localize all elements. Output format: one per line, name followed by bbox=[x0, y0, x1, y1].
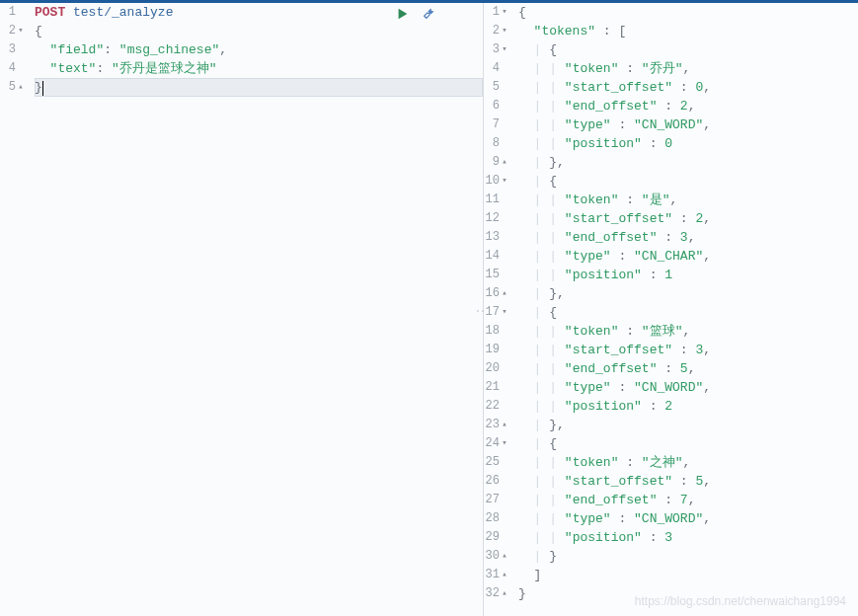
code-token: | bbox=[534, 153, 550, 172]
code-token: | bbox=[534, 434, 550, 453]
code-token: : bbox=[642, 266, 664, 284]
code-line[interactable]: | | "position" : 2 bbox=[518, 397, 858, 416]
code-line[interactable]: | | "type" : "CN_WORD", bbox=[518, 509, 858, 528]
code-token: , bbox=[669, 191, 677, 209]
code-line[interactable]: "field": "msg_chinese", bbox=[35, 40, 483, 59]
code-token: : bbox=[642, 528, 664, 547]
request-code-area[interactable]: 12▾345▴ POST test/_analyze{ "field": "ms… bbox=[0, 3, 483, 616]
gutter-row: 4 bbox=[0, 59, 25, 78]
code-line[interactable]: | | "start_offset" : 2, bbox=[518, 209, 858, 228]
gutter-row: 29 bbox=[484, 528, 508, 547]
fold-toggle-icon[interactable]: ▴ bbox=[501, 584, 508, 603]
code-line[interactable]: | | "position" : 3 bbox=[518, 528, 858, 547]
code-token: | | bbox=[534, 341, 565, 359]
fold-toggle-icon[interactable]: ▴ bbox=[501, 547, 508, 566]
code-line[interactable]: { bbox=[35, 22, 483, 40]
code-line[interactable]: | { bbox=[518, 172, 858, 191]
code-line[interactable]: "text": "乔丹是篮球之神" bbox=[35, 59, 483, 78]
code-line[interactable]: | | "position" : 1 bbox=[518, 266, 858, 284]
code-line[interactable]: { bbox=[518, 3, 858, 22]
code-token: "篮球" bbox=[642, 322, 683, 341]
code-token: , bbox=[557, 416, 565, 434]
code-line[interactable]: } bbox=[35, 78, 483, 97]
fold-toggle-icon[interactable]: ▴ bbox=[17, 78, 25, 97]
code-token: : bbox=[672, 209, 695, 228]
fold-toggle-icon[interactable]: ▾ bbox=[501, 434, 508, 453]
code-token: | bbox=[534, 303, 550, 322]
code-token bbox=[518, 378, 534, 397]
code-line[interactable]: | | "type" : "CN_WORD", bbox=[518, 378, 858, 397]
code-token: { bbox=[549, 40, 557, 59]
code-line[interactable]: | | "token" : "乔丹", bbox=[518, 59, 858, 78]
gutter-row: 2▾ bbox=[484, 22, 508, 40]
code-token: : bbox=[618, 191, 641, 209]
code-line[interactable]: | | "end_offset" : 5, bbox=[518, 359, 858, 378]
fold-toggle-icon[interactable]: ▾ bbox=[501, 172, 508, 191]
code-token: : bbox=[642, 397, 664, 416]
fold-toggle-icon[interactable]: ▴ bbox=[501, 153, 508, 172]
code-line[interactable]: | | "type" : "CN_CHAR", bbox=[518, 247, 858, 266]
code-token: | bbox=[534, 40, 550, 59]
code-line[interactable]: ] bbox=[518, 566, 858, 584]
code-token bbox=[518, 472, 534, 491]
code-token: : bbox=[657, 359, 679, 378]
response-code-area[interactable]: 1▾2▾3▾456789▴10▾111213141516▴17▾18192021… bbox=[484, 3, 858, 616]
code-token: { bbox=[549, 434, 557, 453]
code-line[interactable]: | }, bbox=[518, 284, 858, 303]
gutter-row: 3 bbox=[0, 40, 25, 59]
code-line[interactable]: | | "end_offset" : 7, bbox=[518, 491, 858, 509]
gutter-row: 8 bbox=[484, 134, 508, 153]
code-token: , bbox=[682, 322, 690, 341]
code-line[interactable]: } bbox=[518, 584, 858, 603]
code-token: 0 bbox=[695, 78, 703, 97]
code-line[interactable]: | } bbox=[518, 547, 858, 566]
code-line[interactable]: | | "position" : 0 bbox=[518, 134, 858, 153]
code-token: 5 bbox=[695, 472, 703, 491]
code-token: "CN_WORD" bbox=[634, 509, 703, 528]
fold-toggle-icon[interactable]: ▴ bbox=[501, 284, 508, 303]
fold-toggle-icon[interactable]: ▾ bbox=[501, 22, 508, 40]
code-token: "type" bbox=[565, 247, 611, 266]
code-token: "之神" bbox=[642, 453, 683, 472]
code-line[interactable]: | | "end_offset" : 2, bbox=[518, 97, 858, 116]
response-viewer-pane[interactable]: 1▾2▾3▾456789▴10▾111213141516▴17▾18192021… bbox=[484, 3, 858, 616]
code-token: "position" bbox=[565, 397, 642, 416]
code-line[interactable]: | }, bbox=[518, 153, 858, 172]
wrench-icon[interactable] bbox=[422, 7, 435, 21]
fold-toggle-icon[interactable]: ▾ bbox=[501, 3, 508, 22]
run-icon[interactable] bbox=[396, 7, 410, 21]
request-editor-pane[interactable]: 12▾345▴ POST test/_analyze{ "field": "ms… bbox=[0, 3, 484, 616]
code-token: "position" bbox=[565, 134, 642, 153]
code-line[interactable]: | { bbox=[518, 434, 858, 453]
code-token: , bbox=[219, 40, 227, 59]
fold-toggle-icon[interactable]: ▴ bbox=[501, 416, 508, 434]
code-line[interactable]: | }, bbox=[518, 416, 858, 434]
gutter-row: 7 bbox=[484, 116, 508, 134]
code-line[interactable]: | { bbox=[518, 40, 858, 59]
code-token: 5 bbox=[680, 359, 688, 378]
code-token bbox=[518, 134, 534, 153]
code-token: | | bbox=[534, 97, 565, 116]
code-line[interactable]: | | "token" : "之神", bbox=[518, 453, 858, 472]
code-token: | | bbox=[534, 453, 565, 472]
code-token bbox=[518, 22, 534, 40]
code-line[interactable]: | | "start_offset" : 3, bbox=[518, 341, 858, 359]
code-line[interactable]: | | "start_offset" : 0, bbox=[518, 78, 858, 97]
code-token: { bbox=[549, 172, 557, 191]
fold-toggle-icon[interactable]: ▾ bbox=[501, 40, 508, 59]
code-line[interactable]: | | "start_offset" : 5, bbox=[518, 472, 858, 491]
fold-toggle-icon[interactable]: ▾ bbox=[501, 303, 508, 322]
code-line[interactable]: | | "type" : "CN_WORD", bbox=[518, 116, 858, 134]
code-line[interactable]: | | "token" : "篮球", bbox=[518, 322, 858, 341]
code-line[interactable]: | | "end_offset" : 3, bbox=[518, 228, 858, 247]
code-token: { bbox=[518, 3, 526, 22]
gutter-row: 20 bbox=[484, 359, 508, 378]
fold-toggle-icon[interactable]: ▴ bbox=[501, 566, 508, 584]
code-token: } bbox=[549, 153, 557, 172]
code-line[interactable]: | { bbox=[518, 303, 858, 322]
fold-toggle-icon[interactable]: ▾ bbox=[17, 22, 25, 40]
code-token: "CN_WORD" bbox=[634, 116, 703, 134]
code-token: "start_offset" bbox=[565, 78, 672, 97]
code-line[interactable]: "tokens" : [ bbox=[518, 22, 858, 40]
code-line[interactable]: | | "token" : "是", bbox=[518, 191, 858, 209]
